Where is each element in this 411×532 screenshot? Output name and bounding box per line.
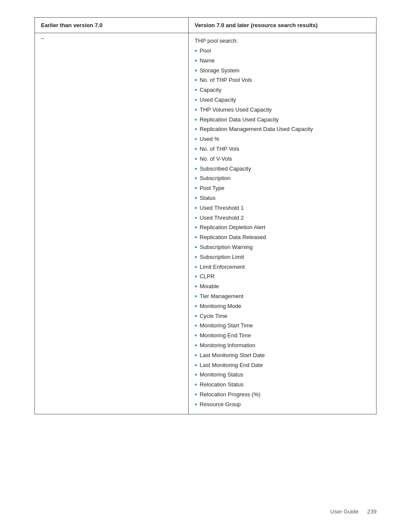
list-item-text: Replication Data Used Capacity [199, 115, 279, 124]
bullet-icon: • [195, 390, 197, 399]
bullet-icon: • [195, 155, 197, 164]
list-item-text: Name [199, 56, 215, 65]
bullet-icon: • [195, 292, 197, 301]
list-item-text: Replication Depletion Alert [199, 223, 265, 232]
list-item: •Capacity [195, 86, 370, 95]
list-item: •Monitoring Status [195, 370, 370, 380]
bullet-icon: • [195, 125, 197, 134]
list-item: •Monitoring End Time [195, 331, 370, 340]
list-item: •Monitoring Information [195, 341, 370, 350]
bullet-icon: • [195, 76, 197, 85]
bullet-icon: • [195, 253, 197, 262]
list-item-text: Subscription Warning [199, 243, 252, 252]
col2-cell: THP pool search: •Pool•Name•Storage Syst… [188, 33, 376, 414]
bullet-icon: • [195, 223, 197, 232]
list-item: •Subscription Limit [195, 253, 370, 262]
bullet-icon: • [195, 361, 197, 370]
bullet-icon: • [195, 106, 197, 115]
bullet-icon: • [195, 400, 197, 409]
bullet-icon: • [195, 214, 197, 223]
list-item-text: Monitoring Status [199, 370, 243, 379]
list-item-text: Limit Enforcement [199, 263, 245, 271]
list-item-text: Relocation Progress (%) [199, 390, 260, 399]
section-title: THP pool search: [195, 37, 370, 44]
bullet-icon: • [195, 86, 197, 95]
list-item-text: Pool [199, 47, 211, 55]
list-item: •Used Capacity [195, 96, 370, 105]
bullet-icon: • [195, 165, 197, 174]
bullet-icon: • [195, 351, 197, 360]
bullet-icon: • [195, 312, 197, 321]
list-item-text: Monitoring Mode [199, 302, 241, 311]
list-item: •Pool [195, 47, 370, 56]
bullet-icon: • [195, 370, 197, 380]
list-item-text: Capacity [199, 86, 221, 94]
list-item: •Replication Data Released [195, 233, 370, 242]
list-item-text: Subscription Limit [199, 253, 244, 261]
list-item: •Monitoring Mode [195, 302, 370, 311]
list-item: •Relocation Progress (%) [195, 390, 370, 399]
bullet-icon: • [195, 184, 197, 193]
list-item: •Replication Data Used Capacity [195, 115, 370, 124]
list-item: •Tier Management [195, 292, 370, 301]
list-item: •No. of THP Vols [195, 145, 370, 154]
bullet-icon: • [195, 96, 197, 105]
bullet-icon: • [195, 282, 197, 291]
list-item-text: No. of THP Pool Vols [199, 76, 252, 84]
list-item-text: Used % [199, 135, 219, 143]
list-item-text: No. of V-Vols [199, 155, 232, 163]
items-list: •Pool•Name•Storage System•No. of THP Poo… [195, 47, 370, 409]
bullet-icon: • [195, 135, 197, 144]
list-item: •CLPR [195, 272, 370, 281]
list-item-text: Pool Type [199, 184, 224, 193]
bullet-icon: • [195, 341, 197, 350]
list-item-text: Monitoring Information [199, 341, 255, 350]
bullet-icon: • [195, 56, 197, 65]
list-item-text: Tier Management [199, 292, 243, 301]
bullet-icon: • [195, 263, 197, 272]
col1-cell: – [35, 33, 189, 414]
list-item: •Monitoring Start Time [195, 321, 370, 330]
list-item-text: Used Capacity [199, 96, 236, 104]
list-item: •THP Volumes Used Capacity [195, 106, 370, 115]
list-item-text: CLPR [199, 272, 215, 281]
bullet-icon: • [195, 204, 197, 213]
footer-page: 239 [367, 508, 377, 515]
col2-header: Version 7.0 and later (resource search r… [188, 18, 376, 33]
list-item: •No. of THP Pool Vols [195, 76, 370, 85]
list-item-text: Replication Data Released [199, 233, 266, 242]
bullet-icon: • [195, 380, 197, 389]
bullet-icon: • [195, 145, 197, 154]
bullet-icon: • [195, 233, 197, 242]
bullet-icon: • [195, 321, 197, 330]
list-item: •No. of V-Vols [195, 155, 370, 164]
footer: User Guide 239 [330, 508, 377, 515]
bullet-icon: • [195, 174, 197, 183]
list-item-text: Subscribed Capacity [199, 165, 251, 173]
bullet-icon: • [195, 272, 197, 281]
list-item-text: Cycle Time [199, 312, 227, 320]
list-item: •Pool Type [195, 184, 370, 193]
list-item-text: Status [199, 194, 215, 202]
list-item: •Subscription [195, 174, 370, 183]
list-item-text: Used Threshold 1 [199, 204, 243, 212]
list-item-text: Storage System [199, 66, 240, 75]
list-item-text: Last Monitoring Start Date [199, 351, 265, 360]
list-item: •Status [195, 194, 370, 203]
list-item: •Resource Group [195, 400, 370, 409]
list-item-text: Mixable [199, 282, 219, 291]
list-item: •Used Threshold 2 [195, 214, 370, 223]
list-item-text: Relocation Status [199, 380, 243, 389]
list-item-text: No. of THP Vols [199, 145, 239, 153]
list-item: •Subscribed Capacity [195, 165, 370, 174]
list-item-text: THP Volumes Used Capacity [199, 106, 271, 114]
list-item-text: Last Monitoring End Date [199, 361, 263, 370]
list-item: •Last Monitoring End Date [195, 361, 370, 370]
list-item-text: Replication Management Data Used Capacit… [199, 125, 313, 134]
list-item: •Subscription Warning [195, 243, 370, 252]
bullet-icon: • [195, 302, 197, 311]
list-item-text: Resource Group [199, 400, 240, 409]
list-item: •Replication Depletion Alert [195, 223, 370, 232]
list-item: •Replication Management Data Used Capaci… [195, 125, 370, 134]
list-item: •Name [195, 56, 370, 65]
